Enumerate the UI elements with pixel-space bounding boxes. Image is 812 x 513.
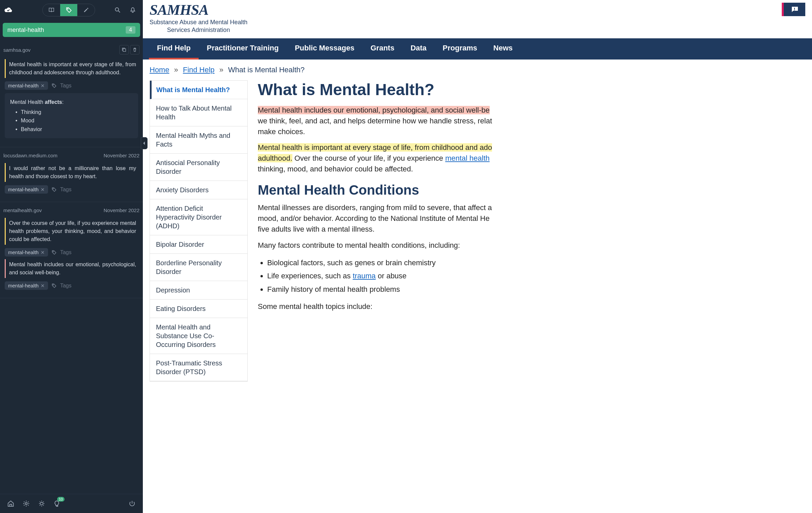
note-bullet: Mood [10,116,133,125]
theme-button[interactable] [36,498,47,509]
highlighted-text[interactable]: Mental health is important at every stag… [258,143,492,152]
note-source-header: samhsa.gov [3,42,140,57]
list-item: Family history of mental health problems [267,283,805,296]
article-paragraph: Some mental health topics include: [258,301,805,312]
article-link[interactable]: trauma [353,272,375,280]
svg-point-4 [53,188,53,189]
copy-note-button[interactable] [119,45,129,54]
tag-view-button[interactable] [60,4,78,16]
home-button[interactable] [5,498,16,509]
highlight-quote[interactable]: I would rather not be a millionaire than… [5,163,140,182]
highlights-badge: 10 [57,497,64,502]
section-nav: What is Mental Health? How to Talk About… [150,80,248,381]
article-list: Biological factors, such as genes or bra… [267,256,805,296]
note-bullet: Behavior [10,125,133,134]
note-date: November 2022 [104,153,140,158]
breadcrumb-section[interactable]: Find Help [183,65,214,74]
highlight-quote[interactable]: Mental health includes our emotional, ps… [5,259,140,278]
book-view-button[interactable] [43,4,60,16]
nav-grants[interactable]: Grants [362,38,402,59]
svg-rect-10 [794,10,795,10]
filter-tag-count: 4 [126,26,136,34]
nav-public-messages[interactable]: Public Messages [287,38,362,59]
sidemenu-item[interactable]: Attention Deficit Hyperactivity Disorder… [150,199,248,235]
note-source: samhsa.gov [3,47,31,53]
collapse-sidebar-button[interactable] [141,137,148,149]
note-group: mentalhealth.gov November 2022 Over the … [0,202,143,298]
svg-point-7 [25,503,27,505]
add-tag-input[interactable]: Tags [60,283,71,289]
sidemenu-item[interactable]: Mental Health and Substance Use Co-Occur… [150,318,248,354]
remove-tag-icon[interactable]: ✕ [41,283,45,288]
site-header: SAMHSA Substance Abuse and Mental Health… [143,0,812,38]
article-paragraph: Mental illnesses are disorders, ranging … [258,202,805,235]
notifications-button[interactable] [126,3,139,17]
sidemenu-item[interactable]: Borderline Personality Disorder [150,254,248,281]
svg-point-8 [40,502,43,505]
annotation-sidebar: mental-health 4 samhsa.gov Mental health… [0,0,143,513]
highlight-view-button[interactable] [77,4,95,16]
tag-chip[interactable]: mental-health ✕ [5,248,48,256]
article-paragraph: Mental health is important at every stag… [258,142,805,174]
active-tag-filter[interactable]: mental-health 4 [3,23,140,37]
add-tag-input[interactable]: Tags [60,187,71,193]
tag-icon [51,187,57,192]
note-source-header: mentalhealth.gov November 2022 [3,205,140,216]
notes-list: samhsa.gov Mental health is important at… [0,40,143,494]
tag-chip[interactable]: mental-health ✕ [5,281,48,290]
sidebar-footer: 10 [0,494,143,513]
svg-point-6 [53,284,53,285]
list-item: Biological factors, such as genes or bra… [267,256,805,269]
sidemenu-item[interactable]: How to Talk About Mental Health [150,99,248,126]
logo-subtitle: Substance Abuse and Mental Health [150,19,248,26]
highlights-button[interactable]: 10 [52,498,62,509]
nav-programs[interactable]: Programs [435,38,485,59]
sidemenu-item[interactable]: Depression [150,281,248,300]
add-tag-input[interactable]: Tags [60,250,71,256]
logo-text: SAMHSA [150,1,248,19]
sidemenu-item[interactable]: Bipolar Disorder [150,235,248,254]
nav-find-help[interactable]: Find Help [149,38,199,59]
feedback-button[interactable] [782,3,805,16]
search-button[interactable] [111,3,124,17]
highlighted-text[interactable]: adulthood. [258,154,292,162]
article-link[interactable]: mental health [445,154,490,162]
article-body: What is Mental Health? Mental health inc… [258,80,805,381]
sidebar-toolbar [0,0,143,20]
article-paragraph: Mental health includes our emotional, ps… [258,105,805,137]
breadcrumb-home[interactable]: Home [150,65,169,74]
power-button[interactable] [127,498,138,509]
remove-tag-icon[interactable]: ✕ [41,187,45,192]
highlight-quote[interactable]: Mental health is important at every stag… [5,59,140,78]
tag-icon [51,283,57,288]
user-note[interactable]: Mental Health affects: Thinking Mood Beh… [5,93,138,138]
sidemenu-item[interactable]: Post-Traumatic Stress Disorder (PTSD) [150,354,248,381]
sidemenu-item[interactable]: Mental Health Myths and Facts [150,126,248,154]
nav-data[interactable]: Data [402,38,435,59]
cloud-sync-icon[interactable] [4,5,13,15]
nav-practitioner-training[interactable]: Practitioner Training [199,38,287,59]
sidemenu-item[interactable]: Antisocial Personality Disorder [150,154,248,181]
settings-button[interactable] [21,498,32,509]
delete-note-button[interactable] [130,45,140,54]
tag-chip[interactable]: mental-health ✕ [5,185,48,194]
tag-row: mental-health ✕ Tags [5,248,140,256]
add-tag-input[interactable]: Tags [60,83,71,89]
sidemenu-item[interactable]: Anxiety Disorders [150,181,248,199]
note-source: mentalhealth.gov [3,207,42,213]
remove-tag-icon[interactable]: ✕ [41,250,45,255]
sidemenu-item[interactable]: What is Mental Health? [150,81,248,99]
tag-chip[interactable]: mental-health ✕ [5,81,48,90]
note-group: samhsa.gov Mental health is important at… [0,40,143,147]
filter-tag-label: mental-health [7,27,44,34]
nav-news[interactable]: News [485,38,521,59]
remove-tag-icon[interactable]: ✕ [41,83,45,88]
sidemenu-item[interactable]: Eating Disorders [150,300,248,318]
tag-icon [51,250,57,255]
logo-subtitle: Services Administration [150,26,248,34]
note-bullet: Thinking [10,108,133,117]
highlighted-text[interactable]: Mental health includes our emotional, ps… [258,106,490,114]
list-item: Life experiences, such as trauma or abus… [267,269,805,283]
site-logo[interactable]: SAMHSA Substance Abuse and Mental Health… [150,0,248,38]
highlight-quote[interactable]: Over the course of your life, if you exp… [5,218,140,245]
